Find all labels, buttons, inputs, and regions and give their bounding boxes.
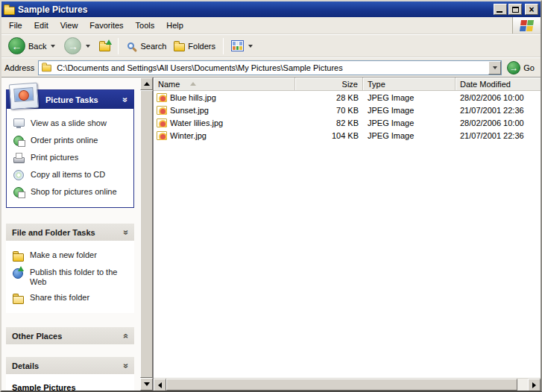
- table-row[interactable]: Sunset.jpg 70 KB JPEG Image 21/07/2001 2…: [154, 104, 541, 116]
- details-body: Sample Pictures File Folder Date Modifie…: [6, 374, 134, 391]
- arrow-right-icon: [532, 382, 536, 388]
- task-label: View as a slide show: [31, 118, 107, 128]
- scroll-left-button[interactable]: [154, 379, 166, 391]
- go-icon: →: [507, 61, 520, 75]
- column-label: Type: [368, 80, 385, 89]
- other-places-header[interactable]: Other Places »: [6, 327, 134, 344]
- table-row[interactable]: Water lilies.jpg 82 KB JPEG Image 28/02/…: [154, 116, 541, 129]
- titlebar[interactable]: Sample Pictures ×: [1, 1, 541, 17]
- task-sidebar: Picture Tasks « View as a slide show Ord…: [1, 78, 140, 391]
- column-headers: Name Size Type Date Modified: [154, 78, 541, 91]
- chevron-up-icon[interactable]: «: [120, 97, 130, 102]
- close-icon: ×: [529, 6, 534, 13]
- file-name: Blue hills.jpg: [170, 93, 216, 102]
- task-label: Order prints online: [31, 135, 98, 145]
- menubar: FileEditViewFavoritesToolsHelp: [1, 17, 541, 34]
- menu-item[interactable]: Help: [160, 19, 189, 31]
- file-type: JPEG Image: [363, 106, 456, 115]
- image-file-icon: [157, 131, 167, 140]
- arrow-up-icon: [144, 82, 150, 86]
- task-label: Publish this folder to the Web: [30, 267, 131, 287]
- task-label: Share this folder: [30, 292, 89, 303]
- table-row[interactable]: Winter.jpg 104 KB JPEG Image 21/07/2001 …: [154, 129, 541, 142]
- main-area: Picture Tasks « View as a slide show Ord…: [1, 77, 541, 391]
- file-date-modified: 21/07/2001 22:36: [456, 131, 541, 140]
- search-button[interactable]: Search: [122, 39, 170, 53]
- app-folder-icon: [4, 7, 15, 15]
- scroll-right-button[interactable]: [528, 379, 541, 391]
- back-button[interactable]: ← Back: [4, 35, 60, 57]
- go-button[interactable]: → Go: [505, 61, 538, 75]
- vertical-scroll-thumb[interactable]: [140, 90, 153, 378]
- file-name: Water lilies.jpg: [170, 118, 223, 127]
- back-label: Back: [28, 42, 46, 51]
- table-row[interactable]: Blue hills.jpg 28 KB JPEG Image 28/02/20…: [154, 91, 541, 104]
- folders-label: Folders: [188, 42, 215, 51]
- menu-item[interactable]: Tools: [130, 19, 161, 31]
- chevron-down-icon[interactable]: »: [121, 333, 131, 338]
- other-places-panel: Other Places »: [6, 327, 134, 344]
- column-header-name[interactable]: Name: [154, 78, 295, 91]
- chevron-up-icon[interactable]: «: [121, 363, 131, 368]
- file-folder-tasks-body: Make a new folder Publish this folder to…: [6, 241, 134, 313]
- file-type: JPEG Image: [363, 131, 456, 140]
- picture-tasks-title: Picture Tasks: [45, 95, 98, 104]
- column-header-size[interactable]: Size: [295, 78, 363, 91]
- maximize-button[interactable]: [508, 4, 522, 15]
- task-item[interactable]: Print pictures: [13, 152, 130, 164]
- file-size: 28 KB: [295, 93, 363, 102]
- menu-item[interactable]: View: [54, 19, 84, 31]
- details-header[interactable]: Details «: [6, 357, 134, 374]
- shop-pictures-icon: [13, 186, 26, 198]
- file-rows: Blue hills.jpg 28 KB JPEG Image 28/02/20…: [154, 91, 541, 378]
- sidebar-vertical-scrollbar[interactable]: [140, 78, 153, 391]
- scroll-down-button[interactable]: [140, 378, 153, 391]
- menu-item[interactable]: Favorites: [83, 19, 129, 31]
- up-button[interactable]: [95, 39, 114, 54]
- column-header-date-modified[interactable]: Date Modified: [456, 78, 541, 91]
- other-places-title: Other Places: [12, 332, 62, 341]
- address-dropdown-button[interactable]: [488, 61, 501, 75]
- menu-item[interactable]: File: [3, 19, 28, 31]
- task-item[interactable]: Share this folder: [12, 292, 131, 304]
- file-type: JPEG Image: [363, 93, 456, 102]
- chevron-up-icon[interactable]: «: [121, 230, 131, 235]
- task-item[interactable]: Copy all items to CD: [13, 169, 130, 181]
- toolbar-separator: [223, 38, 224, 54]
- details-panel: Details « Sample Pictures File Folder Da…: [6, 357, 134, 391]
- views-dropdown-icon[interactable]: [248, 45, 253, 48]
- addressbar: Address → Go: [1, 57, 541, 77]
- file-folder-tasks-header[interactable]: File and Folder Tasks «: [6, 224, 134, 241]
- task-item[interactable]: View as a slide show: [13, 118, 130, 130]
- image-file-icon: [157, 93, 167, 102]
- search-label: Search: [140, 42, 166, 51]
- horizontal-scrollbar[interactable]: [154, 378, 541, 391]
- forward-dropdown-icon[interactable]: [86, 45, 90, 48]
- close-button[interactable]: ×: [525, 4, 538, 15]
- scroll-up-button[interactable]: [140, 78, 153, 90]
- menu-items: FileEditViewFavoritesToolsHelp: [1, 17, 512, 34]
- folders-button[interactable]: Folders: [170, 39, 219, 54]
- address-text-field[interactable]: [55, 63, 488, 73]
- views-icon: [231, 40, 244, 51]
- task-item[interactable]: Make a new folder: [12, 250, 131, 262]
- task-label: Make a new folder: [30, 250, 97, 260]
- file-size: 104 KB: [295, 131, 363, 140]
- minimize-button[interactable]: [494, 4, 507, 15]
- forward-button[interactable]: →: [60, 35, 95, 57]
- task-label: Print pictures: [31, 152, 78, 162]
- toolbar-separator: [118, 38, 119, 54]
- menu-item[interactable]: Edit: [28, 19, 54, 31]
- column-header-type[interactable]: Type: [363, 78, 456, 91]
- file-size: 70 KB: [295, 106, 363, 115]
- back-icon: ←: [8, 37, 25, 54]
- task-item[interactable]: Shop for pictures online: [13, 186, 130, 198]
- task-item[interactable]: Order prints online: [13, 135, 130, 147]
- views-button[interactable]: [227, 38, 258, 54]
- address-input[interactable]: [38, 60, 502, 75]
- horizontal-scroll-thumb[interactable]: [166, 379, 517, 391]
- task-item[interactable]: Publish this folder to the Web: [12, 267, 131, 287]
- back-dropdown-icon[interactable]: [51, 45, 55, 48]
- copy-to-cd-icon: [13, 169, 26, 181]
- file-date-modified: 21/07/2001 22:36: [456, 106, 541, 115]
